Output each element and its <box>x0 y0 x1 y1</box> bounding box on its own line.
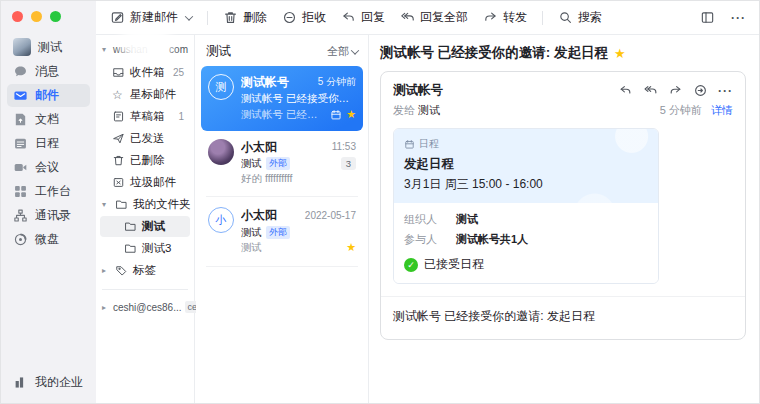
rail-item-my-enterprise[interactable]: 我的企业 <box>7 371 90 394</box>
caret-right-icon: ▸ <box>102 266 110 275</box>
calendar-invite-card[interactable]: 日程 发起日程 3月1日 周三 15:00 - 16:00 组织人 测试 参与人… <box>393 128 659 284</box>
close-window-button[interactable] <box>12 11 23 22</box>
reply-all-icon <box>400 10 415 25</box>
message-item[interactable]: 小 小太阳 2022-05-17 测试 外部 测试 ★ <box>201 199 363 264</box>
filter-label: 全部 <box>327 44 349 59</box>
subfolder-ceshi3[interactable]: 测试3 <box>100 238 190 259</box>
star-icon[interactable]: ★ <box>346 240 356 256</box>
search-button[interactable]: 搜索 <box>558 9 602 26</box>
reply-all-icon[interactable] <box>643 83 658 98</box>
reply-button[interactable]: 回复 <box>341 9 385 26</box>
reading-layout-icon[interactable] <box>700 10 715 25</box>
minimize-window-button[interactable] <box>31 11 42 22</box>
invite-datetime: 3月1日 周三 15:00 - 16:00 <box>404 176 648 193</box>
filter-dropdown[interactable]: 全部 <box>327 44 358 59</box>
organizer-label: 组织人 <box>404 212 446 227</box>
folder-sent-label: 已发送 <box>130 131 165 146</box>
details-link[interactable]: 详情 <box>711 104 733 116</box>
folder-tags[interactable]: ▸ 标签 <box>100 260 190 281</box>
star-icon[interactable]: ★ <box>614 46 626 61</box>
more-actions-icon[interactable]: ··· <box>718 84 733 98</box>
building-icon <box>13 375 28 390</box>
folder-my-folders-label: 我的文件夹 <box>133 197 191 212</box>
account-prefix: wushan <box>113 44 147 55</box>
reply-all-button[interactable]: 回复全部 <box>400 9 468 26</box>
reply-icon[interactable] <box>618 83 633 98</box>
folder-drafts[interactable]: 草稿箱 1 <box>100 106 190 127</box>
video-camera-icon <box>13 160 28 175</box>
star-icon[interactable]: ★ <box>346 107 356 123</box>
compose-icon <box>110 10 125 25</box>
list-divider <box>206 266 358 267</box>
reject-button[interactable]: 拒收 <box>282 9 326 26</box>
to-value: 测试 <box>418 104 440 116</box>
toolbar-divider <box>207 11 208 25</box>
folder-icon <box>124 242 137 255</box>
email-time: 5 分钟前 <box>660 104 702 116</box>
message-list: 测试 全部 测 测试帐号 5 分钟前 测试帐号 已经接受你的邀请: 发起日程 测… <box>196 35 369 404</box>
chat-bubble-icon <box>13 64 28 79</box>
avatar <box>208 139 234 165</box>
subfolder-ceshi3-label: 测试3 <box>142 241 171 256</box>
rail-item-meetings[interactable]: 会议 <box>7 156 90 179</box>
forward-button[interactable]: 转发 <box>483 9 527 26</box>
attendees-label: 参与人 <box>404 232 446 247</box>
app-rail: 测试 消息 邮件 文档 日程 会议 工作台 通讯录 微盘 我的企业 <box>1 1 96 403</box>
rail-item-mail[interactable]: 邮件 <box>7 84 90 107</box>
message-sender: 测试帐号 <box>241 74 314 91</box>
folder-junk[interactable]: 垃圾邮件 <box>100 172 190 193</box>
rail-item-drive[interactable]: 微盘 <box>7 228 90 251</box>
message-subject: 测试 <box>241 156 262 171</box>
check-circle-icon: ✓ <box>404 258 418 272</box>
rail-label-workbench: 工作台 <box>35 183 71 200</box>
window-controls <box>1 7 96 34</box>
circle-arrow-icon[interactable] <box>693 83 708 98</box>
folder-my-folders[interactable]: ▾ 我的文件夹 <box>100 194 190 215</box>
email-sender: 测试帐号 <box>393 82 443 99</box>
mail-toolbar: 新建邮件 删除 拒收 回复 回复全部 转发 搜索 ··· <box>96 1 760 35</box>
delete-button[interactable]: 删除 <box>223 9 267 26</box>
folder-icon <box>115 198 128 211</box>
document-icon <box>13 112 28 127</box>
toolbar-divider <box>542 11 543 25</box>
folder-inbox[interactable]: 收件箱 25 <box>100 62 190 83</box>
forward-label: 转发 <box>503 9 527 26</box>
draft-icon <box>112 110 125 123</box>
reply-label: 回复 <box>361 9 385 26</box>
subfolder-ceshi[interactable]: 测试 <box>100 216 190 237</box>
rail-item-contacts[interactable]: 通讯录 <box>7 204 90 227</box>
caret-down-icon: ▾ <box>102 200 110 209</box>
external-badge: 外部 <box>266 226 290 239</box>
trash-icon <box>112 154 125 167</box>
search-label: 搜索 <box>578 9 602 26</box>
invite-kind-label: 日程 <box>419 137 439 151</box>
rail-item-calendar[interactable]: 日程 <box>7 132 90 155</box>
rail-label-calendar: 日程 <box>35 135 59 152</box>
trash-icon <box>223 10 238 25</box>
zoom-window-button[interactable] <box>50 11 61 22</box>
folder-inbox-label: 收件箱 <box>130 65 165 80</box>
rail-item-workbench[interactable]: 工作台 <box>7 180 90 203</box>
rail-item-profile[interactable]: 测试 <box>7 35 90 59</box>
compose-button[interactable]: 新建邮件 <box>110 9 192 26</box>
rail-label-mail: 邮件 <box>35 87 59 104</box>
folder-sent[interactable]: 已发送 <box>100 128 190 149</box>
folder-deleted[interactable]: 已删除 <box>100 150 190 171</box>
folder-tags-label: 标签 <box>133 263 156 278</box>
folder-starred[interactable]: ☆ 星标邮件 <box>100 84 190 105</box>
rail-item-messages[interactable]: 消息 <box>7 60 90 83</box>
invite-status: ✓ 已接受日程 <box>404 256 648 273</box>
primary-account-row[interactable]: ▾ wushan com <box>100 42 190 61</box>
inbox-count: 25 <box>173 67 186 78</box>
rail-label-profile: 测试 <box>38 39 62 56</box>
more-actions-icon[interactable]: ··· <box>731 11 746 25</box>
rail-item-docs[interactable]: 文档 <box>7 108 90 131</box>
forward-icon <box>483 10 498 25</box>
folder-deleted-label: 已删除 <box>130 153 165 168</box>
attendees-value: 测试帐号共1人 <box>456 232 528 247</box>
secondary-account-row[interactable]: ▸ ceshi@ces86... ceshi <box>100 298 190 316</box>
message-item-selected[interactable]: 测 测试帐号 5 分钟前 测试帐号 已经接受你的邀请: 发起日程 测试帐号 已经… <box>201 66 363 131</box>
forward-icon[interactable] <box>668 83 683 98</box>
message-item[interactable]: 小太阳 11:53 测试 外部 3 好的 ffffffffff <box>201 131 363 195</box>
invite-status-text: 已接受日程 <box>424 256 484 273</box>
